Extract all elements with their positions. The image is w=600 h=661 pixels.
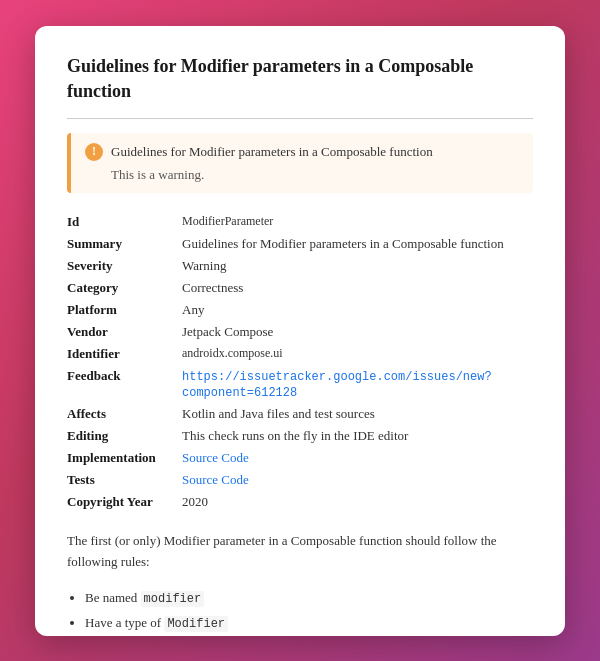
severity-value: Warning <box>182 255 533 277</box>
editing-value: This check runs on the fly in the IDE ed… <box>182 425 533 447</box>
platform-label: Platform <box>67 299 182 321</box>
table-row: Severity Warning <box>67 255 533 277</box>
id-value: ModifierParameter <box>182 211 533 233</box>
warning-icon: ! <box>85 143 103 161</box>
main-card: Guidelines for Modifier parameters in a … <box>35 26 565 636</box>
tests-label: Tests <box>67 469 182 491</box>
implementation-value: Source Code <box>182 447 533 469</box>
warning-box: ! Guidelines for Modifier parameters in … <box>67 133 533 193</box>
severity-label: Severity <box>67 255 182 277</box>
vendor-label: Vendor <box>67 321 182 343</box>
title-divider <box>67 118 533 119</box>
copyright-label: Copyright Year <box>67 491 182 513</box>
table-row: Implementation Source Code <box>67 447 533 469</box>
implementation-label: Implementation <box>67 447 182 469</box>
list-item: Be named modifier <box>85 586 533 611</box>
identifier-value: androidx.compose.ui <box>182 343 533 365</box>
table-row: Vendor Jetpack Compose <box>67 321 533 343</box>
table-row: Tests Source Code <box>67 469 533 491</box>
table-row: Identifier androidx.compose.ui <box>67 343 533 365</box>
table-row: Category Correctness <box>67 277 533 299</box>
table-row: Feedback https://issuetracker.google.com… <box>67 365 533 403</box>
summary-value: Guidelines for Modifier parameters in a … <box>182 233 533 255</box>
table-row: Summary Guidelines for Modifier paramete… <box>67 233 533 255</box>
table-row: Id ModifierParameter <box>67 211 533 233</box>
affects-label: Affects <box>67 403 182 425</box>
rules-list: Be named modifier Have a type of Modifie… <box>85 586 533 635</box>
table-row: Platform Any <box>67 299 533 321</box>
list-item: Have a type of Modifier <box>85 611 533 635</box>
affects-value: Kotlin and Java files and test sources <box>182 403 533 425</box>
feedback-value: https://issuetracker.google.com/issues/n… <box>182 365 533 403</box>
category-value: Correctness <box>182 277 533 299</box>
platform-value: Any <box>182 299 533 321</box>
vendor-value: Jetpack Compose <box>182 321 533 343</box>
warning-body: This is a warning. <box>85 167 519 183</box>
table-row: Editing This check runs on the fly in th… <box>67 425 533 447</box>
summary-label: Summary <box>67 233 182 255</box>
table-row: Copyright Year 2020 <box>67 491 533 513</box>
tests-link[interactable]: Source Code <box>182 472 249 487</box>
category-label: Category <box>67 277 182 299</box>
description-text: The first (or only) Modifier parameter i… <box>67 531 533 573</box>
feedback-link[interactable]: https://issuetracker.google.com/issues/n… <box>182 370 492 400</box>
implementation-link[interactable]: Source Code <box>182 450 249 465</box>
page-title-text: Guidelines for Modifier parameters in a … <box>67 56 473 101</box>
copyright-value: 2020 <box>182 491 533 513</box>
warning-title: Guidelines for Modifier parameters in a … <box>111 144 433 160</box>
identifier-label: Identifier <box>67 343 182 365</box>
editing-label: Editing <box>67 425 182 447</box>
metadata-table: Id ModifierParameter Summary Guidelines … <box>67 211 533 513</box>
table-row: Affects Kotlin and Java files and test s… <box>67 403 533 425</box>
feedback-label: Feedback <box>67 365 182 403</box>
tests-value: Source Code <box>182 469 533 491</box>
id-label: Id <box>67 211 182 233</box>
warning-header: ! Guidelines for Modifier parameters in … <box>85 143 519 161</box>
page-title: Guidelines for Modifier parameters in a … <box>67 54 533 104</box>
